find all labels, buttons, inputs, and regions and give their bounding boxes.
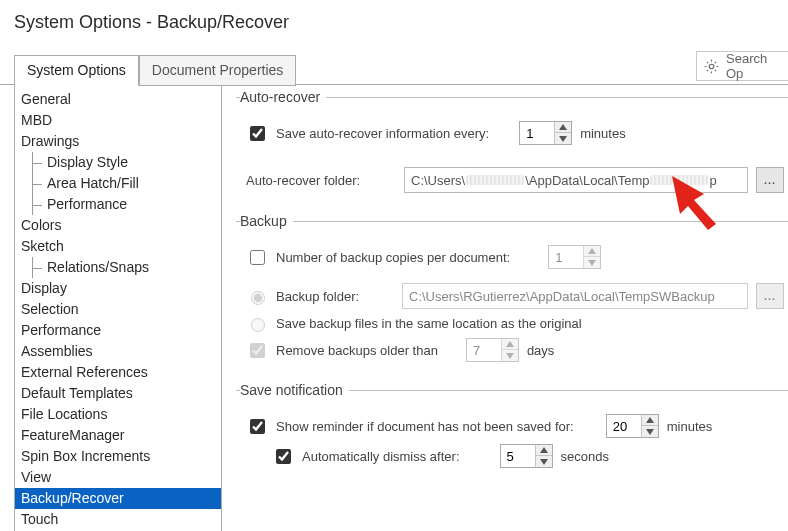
save-reminder-checkbox[interactable] <box>250 419 265 434</box>
auto-dismiss-checkbox[interactable] <box>276 449 291 464</box>
options-panel: Auto-recover Save auto-recover informati… <box>222 85 788 531</box>
group-backup: Backup Number of backup copies per docum… <box>236 213 788 372</box>
backup-remove-old-label: Remove backups older than <box>276 343 438 358</box>
backup-folder-radio <box>251 291 265 305</box>
save-reminder-spinner[interactable] <box>606 414 659 438</box>
sidebar-item-relations-snaps[interactable]: Relations/Snaps <box>29 257 221 278</box>
tab-document-properties[interactable]: Document Properties <box>139 55 297 86</box>
backup-remove-old-checkbox <box>250 343 265 358</box>
group-backup-legend: Backup <box>240 213 293 229</box>
spinner-up-icon[interactable] <box>642 415 658 426</box>
sidebar-item-area-hatch-fill[interactable]: Area Hatch/Fill <box>29 173 221 194</box>
sidebar-item-file-locations[interactable]: File Locations <box>15 404 221 425</box>
sidebar-item-mbd[interactable]: MBD <box>15 110 221 131</box>
backup-copies-checkbox[interactable] <box>250 250 265 265</box>
sidebar-item-featuremanager[interactable]: FeatureManager <box>15 425 221 446</box>
spinner-up-icon <box>584 246 600 257</box>
backup-copies-input <box>549 246 583 268</box>
tab-system-options[interactable]: System Options <box>14 55 139 86</box>
group-save-notification: Save notification Show reminder if docum… <box>236 382 788 478</box>
sidebar-item-selection[interactable]: Selection <box>15 299 221 320</box>
autorecover-interval-spinner[interactable] <box>519 121 572 145</box>
sidebar-item-default-templates[interactable]: Default Templates <box>15 383 221 404</box>
save-reminder-input[interactable] <box>607 415 641 437</box>
search-placeholder: Search Op <box>726 51 782 81</box>
auto-dismiss-input[interactable] <box>501 445 535 467</box>
autorecover-enable-checkbox[interactable] <box>250 126 265 141</box>
search-options-box[interactable]: Search Op <box>696 51 788 81</box>
sidebar-item-colors[interactable]: Colors <box>15 215 221 236</box>
sidebar-item-spin-box-increments[interactable]: Spin Box Increments <box>15 446 221 467</box>
spinner-up-icon <box>502 339 518 350</box>
backup-remove-old-unit: days <box>527 343 554 358</box>
window-title: System Options - Backup/Recover <box>0 0 788 39</box>
sidebar-item-drawings-performance[interactable]: Performance <box>29 194 221 215</box>
autorecover-folder-browse-button[interactable]: ... <box>756 167 784 193</box>
auto-dismiss-label: Automatically dismiss after: <box>302 449 460 464</box>
sidebar-item-view[interactable]: View <box>15 467 221 488</box>
category-list: General MBD Drawings Display Style Area … <box>14 85 222 531</box>
backup-same-location-label: Save backup files in the same location a… <box>276 316 582 331</box>
autorecover-interval-unit: minutes <box>580 126 626 141</box>
sidebar-item-display[interactable]: Display <box>15 278 221 299</box>
backup-folder-label: Backup folder: <box>276 289 394 304</box>
sidebar-item-general[interactable]: General <box>15 89 221 110</box>
autorecover-enable-label: Save auto-recover information every: <box>276 126 489 141</box>
backup-same-location-radio <box>251 318 265 332</box>
save-reminder-unit: minutes <box>667 419 713 434</box>
sidebar-item-touch[interactable]: Touch <box>15 509 221 530</box>
backup-folder-browse-button: ... <box>756 283 784 309</box>
spinner-down-icon[interactable] <box>555 133 571 144</box>
gear-icon <box>703 58 720 75</box>
spinner-down-icon[interactable] <box>642 426 658 437</box>
spinner-down-icon[interactable] <box>536 456 552 467</box>
auto-dismiss-spinner[interactable] <box>500 444 553 468</box>
sidebar-item-drawings[interactable]: Drawings <box>15 131 221 152</box>
spinner-down-icon <box>502 350 518 361</box>
backup-copies-label: Number of backup copies per document: <box>276 250 510 265</box>
redacted-region <box>650 175 708 185</box>
sidebar-item-sketch[interactable]: Sketch <box>15 236 221 257</box>
autorecover-interval-input[interactable] <box>520 122 554 144</box>
backup-folder-path: C:\Users\RGutierrez\AppData\Local\TempSW… <box>402 283 748 309</box>
redacted-region <box>466 175 524 185</box>
svg-point-0 <box>709 64 714 69</box>
group-save-notification-legend: Save notification <box>240 382 349 398</box>
save-reminder-label: Show reminder if document has not been s… <box>276 419 574 434</box>
sidebar-item-external-references[interactable]: External References <box>15 362 221 383</box>
auto-dismiss-unit: seconds <box>561 449 609 464</box>
spinner-down-icon <box>584 257 600 268</box>
sidebar-item-performance[interactable]: Performance <box>15 320 221 341</box>
backup-copies-spinner <box>548 245 601 269</box>
backup-remove-old-spinner <box>466 338 519 362</box>
sidebar-item-assemblies[interactable]: Assemblies <box>15 341 221 362</box>
autorecover-folder-path[interactable]: C:\Users\\AppData\Local\Tempp <box>404 167 748 193</box>
backup-remove-old-input <box>467 339 501 361</box>
group-auto-recover: Auto-recover Save auto-recover informati… <box>236 89 788 203</box>
autorecover-folder-label: Auto-recover folder: <box>246 173 396 188</box>
spinner-up-icon[interactable] <box>536 445 552 456</box>
spinner-up-icon[interactable] <box>555 122 571 133</box>
sidebar-item-backup-recover[interactable]: Backup/Recover <box>15 488 221 509</box>
group-auto-recover-legend: Auto-recover <box>240 89 326 105</box>
sidebar-item-display-style[interactable]: Display Style <box>29 152 221 173</box>
tab-bar: System Options Document Properties Searc… <box>0 51 788 85</box>
